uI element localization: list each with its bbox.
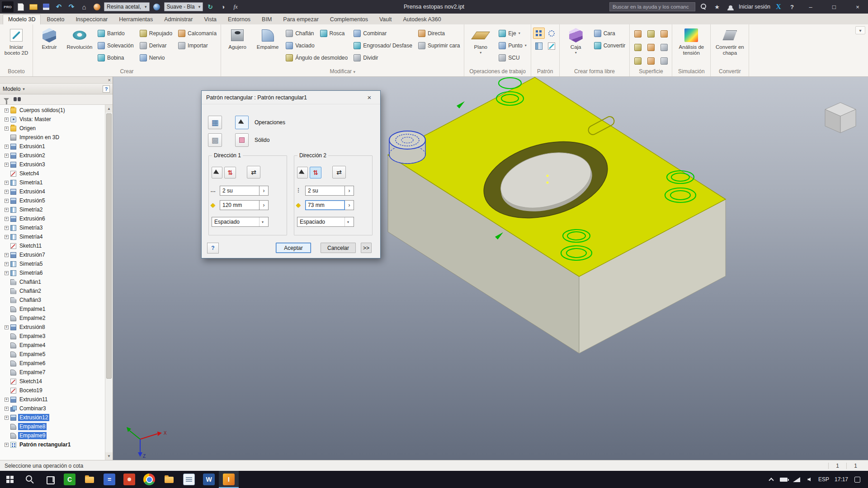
delete-face-button[interactable]: Suprimir cara: [416, 40, 462, 51]
work-point[interactable]: [547, 175, 549, 177]
ribbon-tab[interactable]: BIM: [256, 14, 277, 24]
file-explorer-icon[interactable]: [80, 471, 99, 488]
rib-button[interactable]: Nervio: [137, 52, 175, 63]
dir2-method-select[interactable]: Espaciado ▾: [297, 217, 354, 227]
tree-item[interactable]: + Origen: [0, 124, 105, 133]
tree-item[interactable]: + Empalme4: [0, 341, 105, 350]
expand-icon[interactable]: +: [5, 208, 9, 212]
dir1-select-button[interactable]: [212, 167, 222, 178]
surface-delete-button[interactable]: [632, 55, 644, 67]
expand-icon[interactable]: +: [5, 108, 9, 113]
ucs-button[interactable]: SCU: [496, 52, 528, 63]
thicken-button[interactable]: Engrosado/ Desfase: [351, 40, 415, 51]
new-file-icon[interactable]: [15, 2, 26, 12]
search-icon[interactable]: [698, 2, 709, 12]
view-cube[interactable]: [825, 103, 856, 133]
derive-button[interactable]: Derivar: [137, 40, 175, 51]
sweep-button[interactable]: Barrido: [95, 28, 136, 39]
ribbon-tab[interactable]: Modelo 3D: [3, 14, 41, 24]
tree-item[interactable]: + Boceto19: [0, 386, 105, 395]
start-2d-sketch-button[interactable]: Iniciar boceto 2D: [2, 26, 31, 67]
expand-icon[interactable]: +: [5, 154, 9, 158]
scroll-down-icon[interactable]: ▼: [105, 452, 113, 460]
folder-icon[interactable]: [159, 471, 179, 488]
dir1-flip-button[interactable]: ⇅: [224, 167, 236, 178]
app-green-icon[interactable]: C: [60, 471, 80, 488]
direct-edit-button[interactable]: Directa: [416, 28, 462, 39]
task-view-button[interactable]: [40, 471, 60, 488]
expand-icon[interactable]: +: [5, 217, 9, 221]
appearance-adjust-icon[interactable]: ◑: [217, 2, 228, 12]
calculator-icon[interactable]: =: [99, 471, 119, 488]
word-icon[interactable]: W: [199, 471, 219, 488]
dir1-count-input[interactable]: 2 su: [220, 186, 259, 196]
draft-button[interactable]: Ángulo de desmoldeo: [283, 52, 350, 63]
minimize-button[interactable]: –: [800, 0, 821, 14]
ribbon-tab[interactable]: Autodesk A360: [398, 14, 447, 24]
tree-item[interactable]: + Empalme3: [0, 332, 105, 341]
browser-help-icon[interactable]: ?: [103, 85, 110, 93]
surface-sculpt-button[interactable]: [645, 41, 657, 54]
expand-icon[interactable]: +: [5, 117, 9, 122]
ribbon-tab[interactable]: Entornos: [222, 14, 256, 24]
material-select[interactable]: Resina acetal, ▾: [104, 2, 150, 11]
ribbon-collapse-button[interactable]: ▾: [855, 26, 865, 34]
shell-button[interactable]: Vaciado: [283, 40, 350, 51]
tree-item[interactable]: + Empalme5: [0, 350, 105, 359]
expand-icon[interactable]: +: [5, 398, 9, 402]
dir2-flip-button[interactable]: ⇅: [310, 167, 321, 178]
tree-item[interactable]: + Extrusión2: [0, 151, 105, 160]
tree-item[interactable]: + Sketch11: [0, 241, 105, 250]
cancel-button[interactable]: Cancelar: [321, 243, 356, 253]
volume-icon[interactable]: [803, 473, 815, 486]
action-center-icon[interactable]: [851, 473, 863, 486]
start-button[interactable]: [0, 471, 20, 488]
freeform-box-button[interactable]: Caja ▾: [561, 26, 590, 67]
direction1-arrow[interactable]: [457, 101, 465, 108]
thread-button[interactable]: Rosca: [318, 28, 347, 39]
surface-ruled-button[interactable]: [658, 55, 670, 67]
dialog-title-bar[interactable]: Patrón rectangular : Patrón rectangular1…: [202, 91, 380, 104]
surface-boundary-button[interactable]: [645, 55, 657, 67]
parameters-fx-icon[interactable]: fx: [230, 2, 241, 12]
ribbon-tab[interactable]: Complementos: [325, 14, 373, 24]
search-tree-icon[interactable]: [14, 97, 21, 102]
work-axis-button[interactable]: Eje▾: [496, 28, 528, 39]
tree-item[interactable]: + Cuerpos sólidos(1): [0, 106, 105, 115]
expand-icon[interactable]: +: [5, 145, 9, 149]
notepad-icon[interactable]: [179, 471, 199, 488]
decal-button[interactable]: Calcomanía: [176, 28, 219, 39]
more-options-button[interactable]: >>: [361, 243, 372, 253]
undo-icon[interactable]: ↶: [53, 2, 64, 12]
dir1-midplane-button[interactable]: ⇄: [247, 166, 260, 178]
tree-item[interactable]: + Extrusión6: [0, 214, 105, 223]
revolve-button[interactable]: Revolución: [65, 26, 94, 67]
open-icon[interactable]: [28, 2, 39, 12]
dir1-spacing-input[interactable]: 120 mm: [220, 200, 259, 210]
surface-extend-button[interactable]: [632, 41, 644, 54]
circular-pattern-button[interactable]: [546, 28, 557, 39]
tree-item[interactable]: + Patrón rectangular1: [0, 440, 105, 449]
expand-icon[interactable]: +: [5, 190, 9, 194]
dir2-midplane-button[interactable]: ⇄: [332, 166, 346, 178]
expand-icon[interactable]: +: [5, 262, 9, 266]
expand-icon[interactable]: +: [5, 407, 9, 411]
app-red-icon[interactable]: [119, 471, 139, 488]
surface-trim-button[interactable]: [658, 28, 670, 40]
stress-analysis-button[interactable]: Análisis de tensión: [674, 26, 708, 67]
expand-icon[interactable]: +: [5, 416, 9, 420]
expand-icon[interactable]: +: [5, 443, 9, 447]
inventor-icon[interactable]: I: [219, 471, 239, 488]
pattern-features-button[interactable]: ▦: [208, 116, 222, 129]
scroll-track[interactable]: [105, 113, 113, 452]
ribbon-tab[interactable]: Inspeccionar: [70, 14, 113, 24]
expand-icon[interactable]: +: [5, 235, 9, 239]
tree-item[interactable]: + Empalme8: [0, 422, 105, 431]
appearance-select[interactable]: Suave - Bla ▾: [164, 2, 203, 11]
dialog-close-icon[interactable]: ×: [363, 92, 376, 103]
maximize-button[interactable]: □: [824, 0, 844, 14]
browser-close-icon[interactable]: ×: [108, 77, 111, 83]
help-icon[interactable]: ?: [787, 2, 797, 12]
wifi-icon[interactable]: [791, 473, 802, 486]
battery-icon[interactable]: [778, 473, 790, 486]
